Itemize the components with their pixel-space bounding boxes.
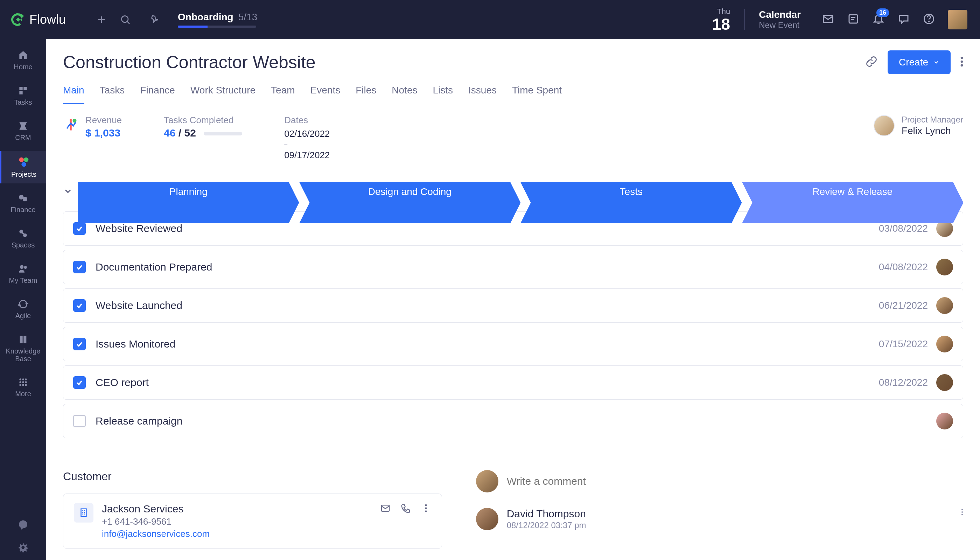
sidebar-item-knowledge[interactable]: Knowledge Base	[0, 329, 46, 368]
task-list: Website Reviewed03/08/2022Documentation …	[63, 212, 963, 438]
sidebar-item-home[interactable]: Home	[0, 45, 46, 76]
task-assignee-avatar[interactable]	[936, 258, 953, 275]
svg-point-14	[19, 158, 24, 162]
logo[interactable]: Flowlu	[10, 12, 66, 27]
task-row[interactable]: Documentation Prepared04/08/2022	[63, 250, 963, 284]
comment-input[interactable]	[507, 475, 963, 487]
note-icon[interactable]	[847, 13, 860, 27]
stage-review-release[interactable]: Review & Release	[742, 182, 963, 202]
tab-events[interactable]: Events	[310, 80, 340, 104]
task-date: 06/21/2022	[879, 300, 928, 311]
customer-name: Jackson Services	[102, 503, 372, 515]
calendar-widget[interactable]: Calendar New Event	[759, 9, 801, 30]
tasks-completed-label: Tasks Completed	[164, 115, 242, 126]
sidebar-item-more[interactable]: More	[0, 372, 46, 403]
svg-rect-24	[20, 336, 23, 343]
comments-panel: David Thompson 08/12/2022 03:37 pm	[459, 470, 963, 549]
comment-more-icon[interactable]	[961, 508, 963, 518]
end-date: 09/17/2022	[284, 150, 330, 161]
onboarding-count: 5/13	[238, 12, 258, 23]
collapse-toggle[interactable]	[63, 186, 73, 197]
chat-icon[interactable]	[897, 13, 910, 27]
task-row[interactable]: Issues Monitored07/15/2022	[63, 327, 963, 361]
phone-icon[interactable]	[400, 503, 411, 513]
help-icon[interactable]	[923, 13, 935, 27]
svg-point-20	[23, 233, 27, 237]
create-button-label: Create	[899, 57, 928, 68]
sidebar-item-finance[interactable]: Finance	[0, 188, 46, 219]
stage-planning[interactable]: Planning	[78, 182, 299, 202]
mail-icon[interactable]	[822, 13, 834, 27]
task-checkbox[interactable]	[73, 261, 86, 273]
customer-phone: +1 641-346-9561	[102, 516, 372, 527]
tab-team[interactable]: Team	[271, 80, 295, 104]
task-row[interactable]: Website Launched06/21/2022	[63, 288, 963, 323]
sidebar-item-crm[interactable]: CRM	[0, 115, 46, 147]
onboarding-label: Onboarding	[178, 12, 233, 23]
svg-rect-13	[19, 91, 22, 94]
chevron-down-icon	[933, 59, 939, 65]
task-checkbox[interactable]	[73, 376, 86, 389]
project-stats: Revenue $ 1,033 Tasks Completed 46 / 52	[63, 115, 963, 172]
task-assignee-avatar[interactable]	[936, 297, 953, 314]
create-button[interactable]: Create	[888, 50, 951, 74]
task-date: 03/08/2022	[879, 223, 928, 234]
bell-icon[interactable]: 16	[872, 13, 885, 27]
comment-author-avatar[interactable]	[476, 508, 498, 530]
svg-point-23	[24, 266, 27, 269]
task-checkbox[interactable]	[73, 338, 86, 350]
sidebar-item-tasks[interactable]: Tasks	[0, 80, 46, 111]
manager-label: Project Manager	[902, 115, 963, 125]
projects-icon	[18, 156, 30, 168]
onboarding-widget[interactable]: Onboarding 5/13	[178, 12, 257, 28]
customer-email[interactable]: info@jacksonservices.com	[102, 528, 372, 539]
revenue-icon	[63, 117, 78, 132]
sidebar-item-agile[interactable]: Agile	[0, 293, 46, 325]
svg-point-36	[961, 60, 963, 63]
sidebar-item-spaces[interactable]: Spaces	[0, 223, 46, 254]
svg-point-37	[961, 64, 963, 67]
task-checkbox[interactable]	[73, 415, 86, 427]
sidebar-item-label: My Team	[9, 277, 37, 285]
sidebar-item-projects[interactable]: Projects	[0, 151, 46, 183]
more-menu-icon[interactable]	[960, 56, 963, 68]
search-icon[interactable]	[118, 12, 133, 27]
tab-notes[interactable]: Notes	[392, 80, 417, 104]
tab-finance[interactable]: Finance	[140, 80, 175, 104]
svg-point-32	[19, 384, 21, 386]
task-assignee-avatar[interactable]	[936, 336, 953, 352]
task-checkbox[interactable]	[73, 222, 86, 235]
tab-issues[interactable]: Issues	[468, 80, 497, 104]
tab-time-spent[interactable]: Time Spent	[512, 80, 562, 104]
stage-design-and-coding[interactable]: Design and Coding	[299, 182, 521, 202]
task-assignee-avatar[interactable]	[936, 374, 953, 391]
gear-icon[interactable]	[18, 542, 29, 553]
pin-icon[interactable]	[147, 12, 162, 27]
task-row[interactable]: CEO report08/12/2022	[63, 365, 963, 400]
stage-tests[interactable]: Tests	[520, 182, 742, 202]
user-avatar[interactable]	[948, 10, 967, 29]
tab-work-structure[interactable]: Work Structure	[190, 80, 255, 104]
tab-tasks[interactable]: Tasks	[100, 80, 125, 104]
tab-files[interactable]: Files	[356, 80, 376, 104]
tasks-completed-stat: Tasks Completed 46 / 52	[164, 115, 242, 139]
tab-lists[interactable]: Lists	[433, 80, 453, 104]
task-row[interactable]: Release campaign	[63, 404, 963, 438]
customer-card[interactable]: Jackson Services +1 641-346-9561 info@ja…	[63, 493, 442, 549]
add-icon[interactable]	[94, 12, 109, 27]
task-checkbox[interactable]	[73, 299, 86, 312]
task-assignee-avatar[interactable]	[936, 413, 953, 430]
revenue-value: $ 1,033	[85, 127, 122, 139]
date-widget[interactable]: Thu 18	[712, 7, 730, 32]
svg-point-29	[19, 381, 21, 383]
task-date: 04/08/2022	[879, 262, 928, 273]
calendar-subtitle: New Event	[759, 20, 801, 30]
onboarding-progress-bar	[178, 25, 256, 28]
email-icon[interactable]	[380, 503, 391, 513]
more-icon[interactable]	[421, 503, 431, 513]
tab-main[interactable]: Main	[63, 80, 84, 104]
sidebar-item-myteam[interactable]: My Team	[0, 258, 46, 290]
link-icon[interactable]	[865, 55, 878, 69]
manager-avatar[interactable]	[873, 115, 895, 136]
feedback-icon[interactable]	[18, 519, 29, 531]
